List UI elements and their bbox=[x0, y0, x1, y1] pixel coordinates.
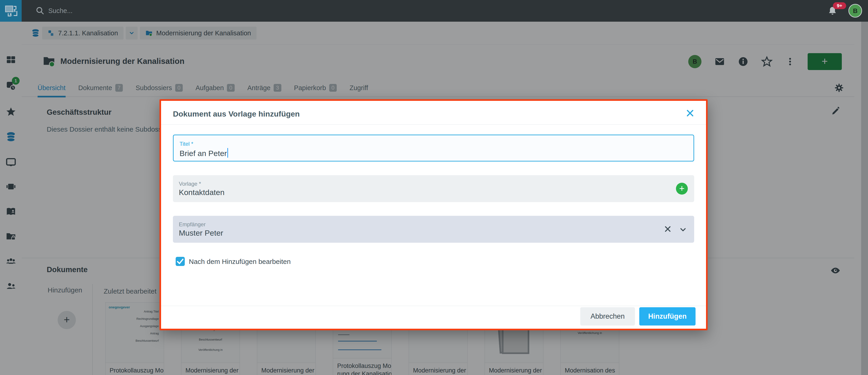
notification-count-badge: 9+ bbox=[833, 2, 846, 9]
vorlage-field[interactable]: Vorlage * Kontaktdaten + bbox=[173, 175, 694, 202]
modal-footer-divider bbox=[161, 306, 706, 306]
search-icon bbox=[35, 6, 45, 15]
chevron-down-icon[interactable] bbox=[679, 225, 687, 234]
checkmark-icon bbox=[176, 257, 185, 266]
vorlage-value: Kontaktdaten bbox=[179, 188, 224, 197]
clear-icon[interactable] bbox=[663, 225, 672, 234]
titel-value: Brief an Peter bbox=[180, 148, 228, 158]
empfaenger-label: Empfänger bbox=[179, 221, 206, 228]
cancel-button[interactable]: Abbrechen bbox=[580, 307, 635, 325]
add-template-icon[interactable]: + bbox=[676, 183, 688, 195]
vorlage-label: Vorlage * bbox=[179, 181, 201, 187]
close-icon[interactable] bbox=[685, 109, 694, 118]
submit-button[interactable]: Hinzufügen bbox=[639, 307, 695, 325]
titel-label: Titel * bbox=[180, 141, 193, 147]
empfaenger-value: Muster Peter bbox=[179, 229, 223, 237]
edit-after-add-checkbox[interactable] bbox=[176, 257, 185, 266]
app-logo[interactable] bbox=[0, 0, 22, 22]
titel-field[interactable]: Titel * Brief an Peter bbox=[173, 135, 694, 162]
topbar: Suche... 9+ B bbox=[0, 0, 868, 22]
edit-after-add-label: Nach dem Hinzufügen bearbeiten bbox=[189, 258, 291, 265]
empfaenger-field[interactable]: Empfänger Muster Peter bbox=[173, 216, 694, 243]
add-document-modal: Dokument aus Vorlage hinzufügen Titel * … bbox=[159, 99, 708, 330]
modal-title: Dokument aus Vorlage hinzufügen bbox=[173, 110, 300, 118]
user-avatar[interactable]: B bbox=[848, 4, 862, 18]
modal-header-divider bbox=[161, 124, 706, 125]
text-caret bbox=[227, 148, 228, 157]
search-input[interactable]: Suche... bbox=[48, 0, 72, 22]
app-logo-icon bbox=[0, 0, 22, 22]
